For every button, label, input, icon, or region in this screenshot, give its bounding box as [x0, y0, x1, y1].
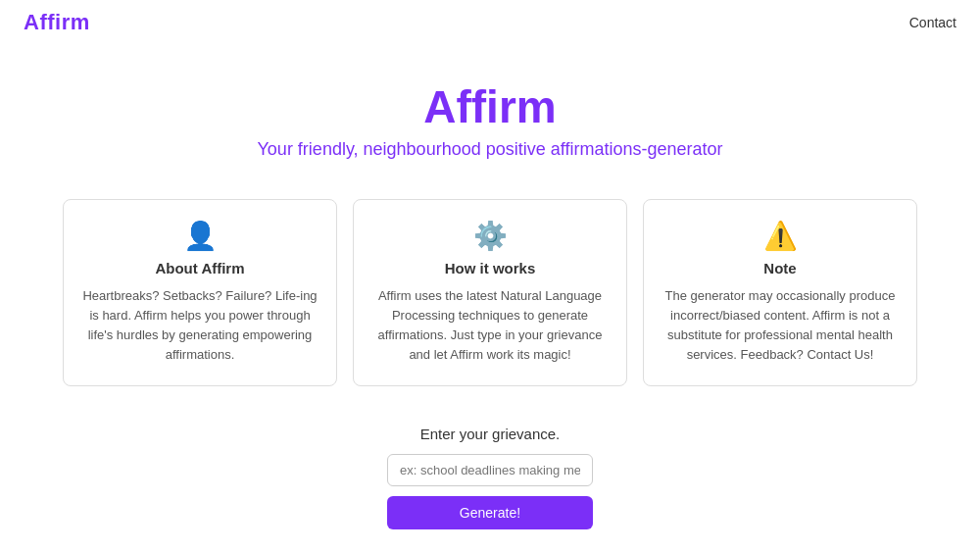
card-note-body: The generator may occasionally produce i…	[662, 286, 899, 366]
navbar: Affirm Contact	[0, 0, 980, 45]
card-how: ⚙️ How it works Affirm uses the latest N…	[353, 199, 627, 386]
person-icon: 👤	[81, 220, 318, 252]
card-how-title: How it works	[371, 260, 609, 276]
warning-icon: ⚠️	[662, 220, 899, 252]
card-about-body: Heartbreaks? Setbacks? Failure? Life-ing…	[81, 286, 318, 366]
card-note: ⚠️ Note The generator may occasionally p…	[643, 199, 917, 386]
hero-subtitle: Your friendly, neighbourhood positive af…	[20, 139, 960, 160]
footer: Developed with ❤ by Muskan	[0, 539, 980, 552]
contact-link[interactable]: Contact	[909, 15, 956, 30]
card-note-title: Note	[662, 260, 899, 276]
card-how-body: Affirm uses the latest Natural Language …	[371, 286, 609, 366]
grievance-section: Enter your grievance. Generate!	[0, 416, 980, 539]
hero-title: Affirm	[20, 80, 960, 133]
card-about: 👤 About Affirm Heartbreaks? Setbacks? Fa…	[63, 199, 337, 386]
generate-button[interactable]: Generate!	[387, 496, 593, 529]
grievance-label: Enter your grievance.	[20, 426, 960, 442]
card-about-title: About Affirm	[81, 260, 318, 276]
hero-subtitle-highlight: affirmations-generator	[551, 139, 723, 159]
logo: Affirm	[24, 10, 90, 35]
grievance-input[interactable]	[387, 454, 593, 486]
hero-section: Affirm Your friendly, neighbourhood posi…	[0, 45, 980, 199]
hero-subtitle-plain: Your friendly, neighbourhood positive	[258, 139, 551, 159]
cards-container: 👤 About Affirm Heartbreaks? Setbacks? Fa…	[0, 199, 980, 386]
gear-icon: ⚙️	[371, 220, 609, 252]
